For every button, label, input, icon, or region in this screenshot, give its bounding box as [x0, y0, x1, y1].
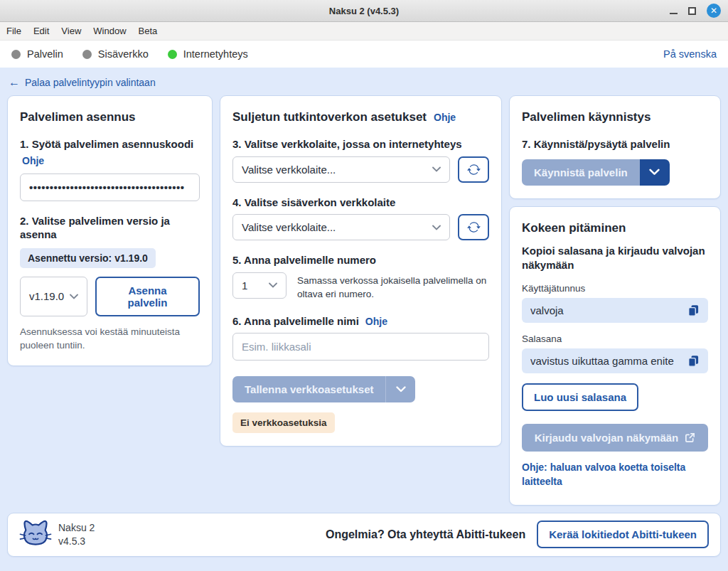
minimize-icon[interactable] [670, 13, 678, 14]
password-field: vavistus uikuttaa gamma enite [522, 348, 708, 373]
network-panel-help-link[interactable]: Ohje [434, 112, 456, 123]
refresh-internet-devices-button[interactable] [458, 156, 489, 183]
menu-window[interactable]: Window [93, 26, 126, 36]
server-number-note: Samassa verkossa jokaisella palvelimella… [297, 272, 489, 301]
internet-device-select-value: Valitse verkkolaite... [242, 164, 336, 176]
refresh-lan-devices-button[interactable] [458, 214, 489, 240]
install-code-input[interactable] [20, 174, 200, 201]
start-server-split-button: Käynnistä palvelin [522, 159, 670, 186]
internet-status-label: Internetyhteys [183, 48, 248, 60]
internet-status-dot [168, 50, 177, 59]
version-select-value: v1.19.0 [29, 290, 64, 302]
remote-supervision-help-link[interactable]: Ohje: haluan valvoa koetta toiselta lait… [522, 460, 708, 489]
chevron-down-icon [432, 166, 441, 172]
password-label: Salasana [522, 333, 708, 344]
refresh-icon [467, 220, 481, 234]
step3-title: 3. Valitse verkkolaite, jossa on interne… [232, 137, 489, 151]
copy-password-button[interactable] [687, 355, 700, 367]
footer-app-version: v4.5.3 [58, 535, 95, 548]
step2-title: 2. Valitse palvelimen versio ja asenna [20, 214, 200, 242]
copy-icon [687, 304, 700, 316]
naksu-cat-logo-icon [19, 519, 52, 550]
window-title: Naksu 2 (v4.5.3) [0, 6, 728, 16]
internet-device-select[interactable]: Valitse verkkolaite... [232, 156, 450, 183]
lan-status-label: Sisäverkko [98, 48, 149, 60]
close-icon[interactable]: ✕ [707, 4, 721, 18]
exam-subtitle: Kopioi salasana ja kirjaudu valvojan näk… [522, 244, 708, 273]
chevron-down-icon [649, 169, 660, 176]
network-status-badge: Ei verkkoasetuksia [232, 412, 335, 433]
step6-help-link[interactable]: Ohje [365, 316, 387, 327]
server-name-input[interactable] [232, 333, 489, 361]
lan-device-select[interactable]: Valitse verkkolaite... [232, 214, 450, 240]
step5-title: 5. Anna palvelimelle numero [232, 253, 489, 267]
step4-title: 4. Valitse sisäverkon verkkolaite [232, 196, 489, 210]
lan-status-dot [82, 50, 92, 59]
login-supervisor-button[interactable]: Kirjaudu valvojan näkymään [522, 424, 708, 452]
install-panel: Palvelimen asennus 1. Syötä palvelimen a… [7, 95, 213, 366]
footer: Naksu 2 v4.5.3 Ongelmia? Ota yhteyttä Ab… [7, 513, 721, 557]
refresh-icon [467, 163, 481, 176]
server-number-select[interactable]: 1 [232, 272, 287, 299]
copy-username-button[interactable] [687, 304, 700, 316]
server-number-value: 1 [242, 279, 247, 292]
step1-help-link[interactable]: Ohje [22, 155, 44, 166]
install-duration-note: Asennuksessa voi kestää minuuteista puol… [20, 325, 200, 353]
username-value: valvoja [530, 304, 564, 316]
menubar: File Edit View Window Beta [0, 22, 728, 41]
step1-title: 1. Syötä palvelimen asennuskoodi [20, 137, 200, 151]
status-bar: Palvelin Sisäverkko Internetyhteys På sv… [0, 41, 728, 68]
chevron-down-icon [432, 225, 441, 230]
main-content: ← Palaa palvelintyypin valintaan Palveli… [0, 68, 728, 564]
network-panel-title: Suljetun tutkintoverkon asetukset [232, 110, 427, 124]
start-panel-title: Palvelimen käynnistys [522, 110, 708, 124]
step6-title: 6. Anna palvelimelle nimi [232, 314, 359, 329]
collect-logs-button[interactable]: Kerää lokitiedot Abitti-tukeen [537, 521, 709, 548]
menu-edit[interactable]: Edit [33, 26, 49, 36]
menu-file[interactable]: File [6, 26, 21, 36]
support-text: Ongelmia? Ota yhteyttä Abitti-tukeen [326, 528, 537, 541]
step7-title: 7. Käynnistä/pysäytä palvelin [522, 137, 708, 151]
internet-status-indicator: Internetyhteys [168, 48, 248, 60]
server-status-dot [11, 50, 21, 59]
install-panel-title: Palvelimen asennus [20, 110, 200, 124]
maximize-icon[interactable] [688, 7, 696, 15]
back-link-label: Palaa palvelintyypin valintaan [25, 77, 156, 88]
save-network-settings-button[interactable]: Tallenna verkkoasetukset [232, 376, 385, 402]
chevron-down-icon [70, 294, 78, 299]
exam-panel-title: Kokeen pitäminen [522, 221, 708, 235]
lan-device-select-value: Valitse verkkolaite... [242, 221, 336, 233]
network-panel: Suljetun tutkintoverkon asetukset Ohje 3… [220, 95, 502, 447]
language-switch-link[interactable]: På svenska [663, 48, 717, 60]
footer-app-name: Naksu 2 [58, 521, 95, 535]
menu-beta[interactable]: Beta [139, 26, 158, 36]
external-link-icon [685, 432, 695, 443]
chevron-down-icon [396, 386, 406, 393]
save-network-settings-split-button: Tallenna verkkoasetukset [232, 376, 415, 402]
menu-view[interactable]: View [61, 26, 81, 36]
server-status-label: Palvelin [27, 48, 63, 60]
login-supervisor-label: Kirjaudu valvojan näkymään [535, 432, 679, 444]
start-server-menu-button[interactable] [640, 159, 670, 186]
installed-version-badge: Asennettu versio: v1.19.0 [20, 248, 156, 268]
back-link[interactable]: ← Palaa palvelintyypin valintaan [9, 77, 156, 88]
save-network-settings-menu-button[interactable] [385, 376, 415, 402]
username-label: Käyttäjätunnus [522, 283, 708, 294]
password-value: vavistus uikuttaa gamma enite [530, 355, 674, 367]
arrow-left-icon: ← [9, 77, 20, 88]
server-status-indicator: Palvelin [11, 48, 63, 60]
window-titlebar: Naksu 2 (v4.5.3) ✕ [0, 0, 728, 22]
username-field: valvoja [522, 298, 708, 323]
start-panel: Palvelimen käynnistys 7. Käynnistä/pysäy… [509, 95, 721, 199]
install-server-button[interactable]: Asenna palvelin [95, 277, 200, 316]
exam-panel: Kokeen pitäminen Kopioi salasana ja kirj… [509, 206, 721, 506]
lan-status-indicator: Sisäverkko [82, 48, 149, 60]
new-password-button[interactable]: Luo uusi salasana [522, 383, 638, 411]
start-server-button[interactable]: Käynnistä palvelin [522, 159, 640, 186]
version-select[interactable]: v1.19.0 [20, 277, 87, 316]
chevron-down-icon [269, 282, 277, 288]
copy-icon [687, 355, 700, 367]
